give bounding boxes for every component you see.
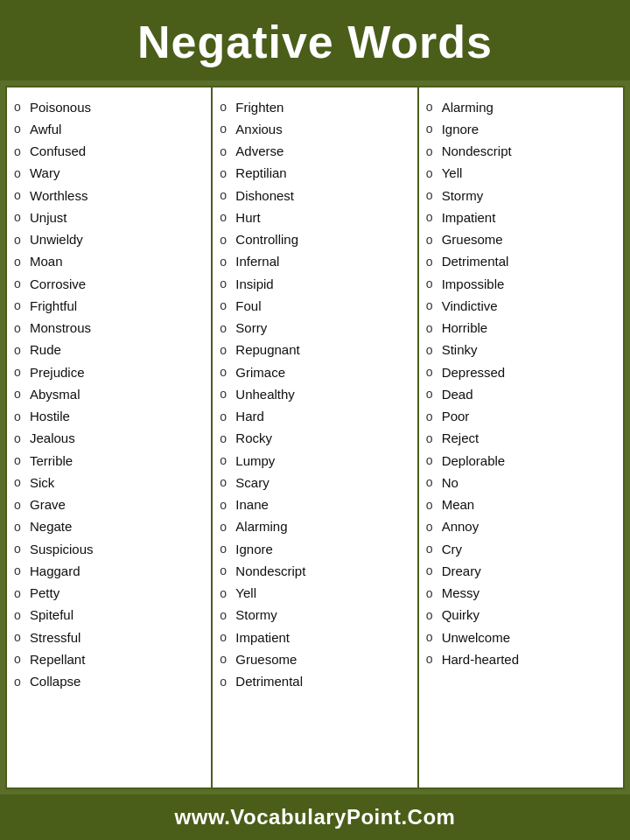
list-item: oIgnore <box>220 538 410 560</box>
word-text: Abysmal <box>30 386 80 403</box>
list-item: oControlling <box>220 229 410 251</box>
word-text: Dishonest <box>235 187 294 205</box>
bullet-icon: o <box>14 187 30 204</box>
bullet-icon: o <box>426 497 442 514</box>
bullet-icon: o <box>220 651 235 668</box>
bullet-icon: o <box>220 452 235 469</box>
list-item: oFrightful <box>14 295 204 317</box>
word-text: Collapse <box>30 673 80 690</box>
page-footer: www.VocabularyPoint.Com <box>0 794 630 840</box>
word-text: Foul <box>235 298 261 315</box>
bullet-icon: o <box>220 607 235 624</box>
word-text: Vindictive <box>442 298 498 315</box>
word-text: Depressed <box>442 364 506 382</box>
list-item: oStinky <box>426 340 616 361</box>
bullet-icon: o <box>426 209 442 226</box>
bullet-icon: o <box>426 364 442 381</box>
word-text: Scary <box>235 474 269 492</box>
word-text: Grimace <box>235 364 285 382</box>
bullet-icon: o <box>426 474 442 491</box>
list-item: oNondescript <box>426 141 616 163</box>
word-text: Hurt <box>235 209 260 227</box>
word-text: Infernal <box>235 253 279 270</box>
word-text: Ignore <box>442 121 480 138</box>
word-text: Insipid <box>235 276 273 293</box>
list-item: oYell <box>426 163 616 185</box>
word-text: Rocky <box>235 430 272 447</box>
page-header: Negative Words <box>0 0 630 80</box>
bullet-icon: o <box>426 232 442 248</box>
word-text: Frightful <box>30 298 77 315</box>
bullet-icon: o <box>220 209 235 226</box>
bullet-icon: o <box>14 497 30 514</box>
list-item: oDepressed <box>426 361 616 383</box>
page-title: Negative Words <box>9 16 621 68</box>
list-item: oRocky <box>220 428 410 450</box>
list-item: oSorry <box>220 318 410 340</box>
word-text: Alarming <box>235 518 287 536</box>
list-item: oAlarming <box>220 516 410 538</box>
list-item: oUnhealthy <box>220 383 410 405</box>
list-item: oDead <box>426 383 616 405</box>
bullet-icon: o <box>220 99 235 116</box>
list-item: oMean <box>426 494 616 516</box>
bullet-icon: o <box>426 342 442 359</box>
bullet-icon: o <box>14 364 30 381</box>
list-item: oFrighten <box>220 96 410 118</box>
list-item: oConfused <box>14 141 204 163</box>
word-text: Moan <box>30 253 63 270</box>
bullet-icon: o <box>14 541 30 557</box>
word-text: Rude <box>30 341 61 359</box>
bullet-icon: o <box>426 254 442 270</box>
bullet-icon: o <box>426 452 442 469</box>
bullet-icon: o <box>14 144 30 160</box>
list-item: oRepellant <box>14 648 204 670</box>
word-text: Negate <box>30 518 72 536</box>
list-item: oAdverse <box>220 141 410 163</box>
list-item: oStressful <box>14 626 204 648</box>
bullet-icon: o <box>220 386 235 402</box>
word-text: Poor <box>442 408 470 425</box>
word-text: Impatient <box>235 629 290 647</box>
bullet-icon: o <box>220 519 235 536</box>
list-item: oCollapse <box>14 671 204 693</box>
bullet-icon: o <box>426 430 442 447</box>
word-text: Haggard <box>30 563 80 580</box>
list-item: oReptilian <box>220 163 410 185</box>
bullet-icon: o <box>220 276 235 292</box>
word-text: Repugnant <box>235 341 299 359</box>
list-item: oDreary <box>426 560 616 582</box>
word-text: Gruesome <box>442 231 503 248</box>
word-text: Lumpy <box>235 452 275 470</box>
bullet-icon: o <box>14 607 30 624</box>
word-text: Unhealthy <box>235 386 295 403</box>
list-item: oDeplorable <box>426 450 616 472</box>
word-text: Poisonous <box>30 99 91 116</box>
bullet-icon: o <box>14 386 30 402</box>
bullet-icon: o <box>220 187 235 204</box>
list-item: oVindictive <box>426 295 616 317</box>
list-item: oAnnoy <box>426 516 616 538</box>
list-item: oCry <box>426 538 616 560</box>
bullet-icon: o <box>426 409 442 425</box>
word-text: Hard-hearted <box>442 651 519 668</box>
list-item: oGrimace <box>220 361 410 383</box>
bullet-icon: o <box>14 629 30 646</box>
list-item: oStormy <box>426 185 616 206</box>
word-text: Petty <box>30 584 60 602</box>
word-text: Worthless <box>30 187 88 205</box>
word-text: Messy <box>442 584 480 602</box>
list-item: oNo <box>426 472 616 494</box>
word-column-2: oFrightenoAnxiousoAdverseoReptilianoDish… <box>213 88 418 788</box>
bullet-icon: o <box>14 674 30 690</box>
list-item: oTerrible <box>14 450 204 472</box>
word-text: Detrimental <box>235 673 303 690</box>
bullet-icon: o <box>220 342 235 359</box>
list-item: oMessy <box>426 583 616 605</box>
bullet-icon: o <box>220 674 235 690</box>
word-text: Prejudice <box>30 364 85 382</box>
word-text: Anxious <box>235 121 282 138</box>
list-item: oYell <box>220 583 410 605</box>
list-item: oWary <box>14 163 204 185</box>
bullet-icon: o <box>220 364 235 381</box>
